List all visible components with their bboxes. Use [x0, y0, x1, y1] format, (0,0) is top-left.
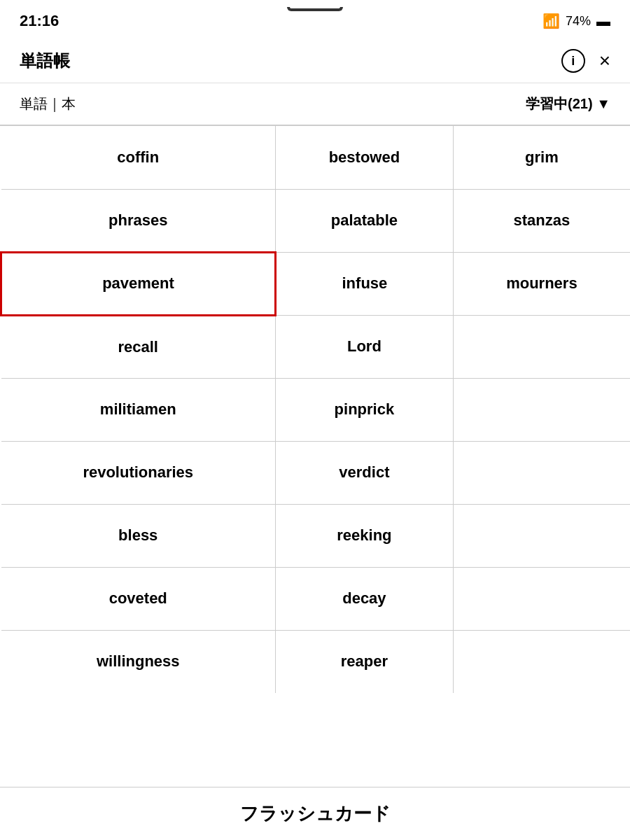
filter-label: 単語｜本 [20, 94, 76, 113]
filter-bar: 単語｜本 学習中(21) ▼ [0, 83, 630, 126]
word-grid-container: coffinbestowedgrimphrasespalatablestanza… [0, 126, 630, 693]
word-cell[interactable] [453, 441, 630, 504]
word-cell[interactable] [453, 378, 630, 441]
word-cell[interactable]: militiamen [1, 378, 276, 441]
status-dropdown[interactable]: 学習中(21) ▼ [526, 94, 610, 113]
word-grid: coffinbestowedgrimphrasespalatablestanza… [0, 126, 630, 693]
word-cell[interactable]: mourners [453, 252, 630, 315]
app-header: 単語帳 i × [0, 39, 630, 83]
word-cell[interactable]: bless [1, 504, 276, 567]
word-cell[interactable]: revolutionaries [1, 441, 276, 504]
word-cell[interactable]: bestowed [275, 126, 453, 189]
status-label: 学習中(21) ▼ [526, 94, 610, 113]
word-cell[interactable]: palatable [275, 189, 453, 252]
info-button[interactable]: i [561, 49, 585, 73]
battery-icon: ▬ [596, 13, 610, 29]
word-cell[interactable] [453, 567, 630, 630]
word-cell[interactable]: pinprick [275, 378, 453, 441]
word-cell[interactable] [453, 630, 630, 693]
header-icons: i × [561, 49, 610, 73]
word-cell[interactable]: verdict [275, 441, 453, 504]
app-title: 単語帳 [20, 50, 70, 72]
word-cell[interactable]: pavement [1, 252, 276, 315]
status-bar: 21:16 📶 74% ▬ [0, 0, 630, 39]
info-label: i [571, 54, 575, 69]
word-cell[interactable]: decay [275, 567, 453, 630]
word-cell[interactable]: reeking [275, 504, 453, 567]
word-cell[interactable]: coveted [1, 567, 276, 630]
bottom-bar: フラッシュカード [0, 787, 630, 840]
word-cell[interactable]: grim [453, 126, 630, 189]
flashcard-button[interactable]: フラッシュカード [240, 802, 391, 826]
close-button[interactable]: × [599, 51, 610, 71]
word-cell[interactable]: infuse [275, 252, 453, 315]
word-cell[interactable]: phrases [1, 189, 276, 252]
word-cell[interactable]: reaper [275, 630, 453, 693]
word-cell[interactable]: Lord [275, 315, 453, 378]
word-cell[interactable] [453, 504, 630, 567]
status-right: 📶 74% ▬ [542, 13, 610, 29]
battery-percent: 74% [566, 14, 591, 29]
word-cell[interactable]: willingness [1, 630, 276, 693]
word-cell[interactable]: stanzas [453, 189, 630, 252]
word-cell[interactable]: coffin [1, 126, 276, 189]
handle-bar [287, 7, 343, 11]
wifi-icon: 📶 [542, 13, 560, 29]
status-time: 21:16 [20, 12, 59, 30]
word-cell[interactable] [453, 315, 630, 378]
word-cell[interactable]: recall [1, 315, 276, 378]
